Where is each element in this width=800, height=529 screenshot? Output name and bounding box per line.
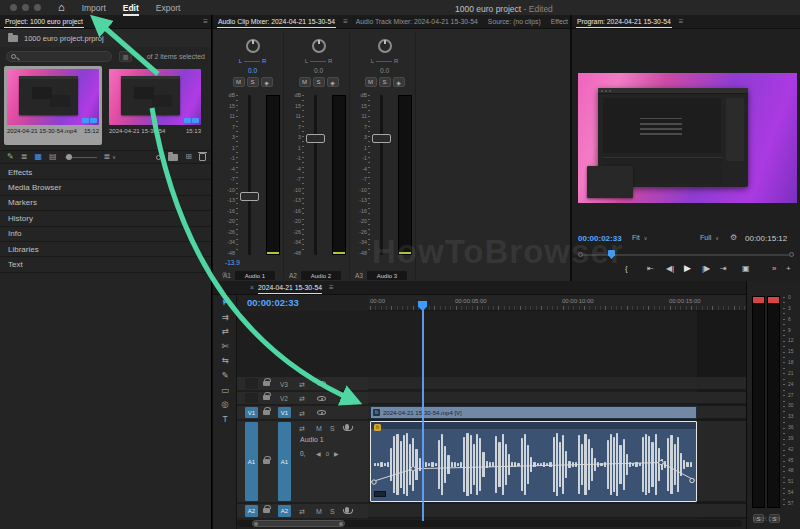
lock-icon[interactable] <box>263 508 270 513</box>
delete-icon[interactable] <box>199 153 206 161</box>
volume-rubber-band[interactable] <box>371 422 695 500</box>
track-header-v1[interactable]: V1V1⇄ <box>237 406 368 419</box>
thumbnail-zoom-slider[interactable] <box>65 157 97 158</box>
go-to-out-button[interactable]: ⇥ <box>720 265 727 273</box>
panel-tab-effects[interactable]: Effects <box>0 165 211 180</box>
fader-handle[interactable] <box>306 134 325 143</box>
pan-value[interactable]: 0.0 <box>354 67 415 74</box>
tab-audio-clip-mixer[interactable]: Audio Clip Mixer: 2024-04-21 15-30-54 <box>213 15 340 29</box>
freeform-view-icon[interactable]: ▤ <box>49 153 57 161</box>
writable-toggle-icon[interactable]: ✎ <box>7 153 14 161</box>
track-target-v1[interactable]: V1 <box>278 407 291 418</box>
export-frame-button[interactable]: ▣ <box>742 265 750 273</box>
menu-item-export[interactable]: Export <box>156 3 181 13</box>
list-view-icon[interactable]: ≣ <box>21 153 28 161</box>
pen-tool[interactable]: ✎ <box>213 371 237 380</box>
pan-knob[interactable] <box>246 39 260 53</box>
volume-keyframe[interactable] <box>659 460 663 464</box>
mixer-scroll-dot[interactable] <box>222 272 227 277</box>
overflow-button[interactable]: » <box>772 265 776 273</box>
add-button[interactable]: + <box>786 265 791 273</box>
playback-quality-select[interactable]: Full ∨ <box>700 234 719 241</box>
sync-lock-icon[interactable]: ⇄ <box>299 409 305 416</box>
step-forward-button[interactable]: |▶ <box>702 265 710 273</box>
step-back-button[interactable]: ◀| <box>666 265 674 273</box>
sync-lock-icon[interactable]: ⇄ <box>299 395 305 402</box>
lock-icon[interactable] <box>263 381 270 386</box>
panel-tab-libraries[interactable]: Libraries <box>0 242 211 257</box>
panel-menu-icon[interactable]: ≡ <box>676 17 687 26</box>
prev-keyframe-icon[interactable]: ◀ <box>316 450 321 457</box>
hand-tool[interactable]: ◎ <box>213 400 237 409</box>
traffic-light-zoom-icon[interactable] <box>34 4 41 11</box>
clip-indicator-right[interactable] <box>768 297 779 303</box>
sync-lock-icon[interactable]: ⇄ <box>299 508 305 515</box>
panel-menu-icon[interactable]: ≡ <box>326 283 337 292</box>
solo-button[interactable]: S <box>330 425 335 432</box>
horizontal-scrollbar[interactable] <box>237 520 742 527</box>
source-patch-v3[interactable] <box>245 378 258 389</box>
track-header-v2[interactable]: V2⇄ <box>237 392 368 404</box>
solo-button[interactable]: S <box>330 508 335 515</box>
mute-button[interactable]: M <box>316 425 322 432</box>
fader-handle[interactable] <box>240 192 259 201</box>
scrubber-left-dot[interactable] <box>578 252 583 257</box>
volume-value[interactable]: -13.9 <box>225 259 240 266</box>
solo-button[interactable]: S <box>313 77 325 87</box>
add-marker-button[interactable]: { <box>625 265 628 273</box>
slip-tool[interactable]: ⇆ <box>213 356 237 365</box>
volume-keyframe[interactable] <box>411 467 415 471</box>
track-output-eye-icon[interactable] <box>317 410 326 415</box>
mute-button[interactable]: M <box>233 77 245 87</box>
panel-menu-icon[interactable]: ≡ <box>200 17 211 26</box>
mute-button[interactable]: M <box>365 77 377 87</box>
scrubber-playhead[interactable] <box>608 250 615 259</box>
timeline-current-timecode[interactable]: 00:00:02:33 <box>247 297 299 308</box>
program-current-timecode[interactable]: 00:00:02:33 <box>578 234 622 243</box>
panel-tab-info[interactable]: Info <box>0 227 211 242</box>
write-keyframes-button[interactable]: ◈ <box>261 77 273 87</box>
tab-effect-controls[interactable]: Effect C <box>546 15 570 29</box>
settings-wrench-icon[interactable]: ⚙ <box>730 233 737 242</box>
track-target-a2[interactable]: A2 <box>278 505 291 517</box>
next-keyframe-icon[interactable]: ▶ <box>334 450 339 457</box>
filter-bin-button[interactable]: ▥ <box>119 51 132 62</box>
icon-view-icon[interactable]: ▦ <box>34 153 42 161</box>
voiceover-mic-icon[interactable] <box>345 424 349 430</box>
project-item[interactable]: 2024-04-21 15-30-5415:13 <box>106 66 204 145</box>
traffic-light-minimize-icon[interactable] <box>22 4 29 11</box>
source-patch-v2[interactable] <box>245 393 258 403</box>
find-icon[interactable] <box>156 155 161 160</box>
pan-value[interactable]: 0.0 <box>222 67 283 74</box>
solo-right-button[interactable]: S <box>769 514 780 523</box>
rectangle-tool[interactable]: ▭ <box>213 386 237 395</box>
panel-tab-markers[interactable]: Markers <box>0 196 211 211</box>
menu-item-import[interactable]: Import <box>82 3 106 13</box>
track-target-a1[interactable]: A1 <box>278 422 291 501</box>
write-keyframes-button[interactable]: ◈ <box>393 77 405 87</box>
scrubber-right-dot[interactable] <box>789 252 794 257</box>
tab-program[interactable]: Program: 2024-04-21 15-30-54 <box>572 15 676 29</box>
track-name-box[interactable]: Audio 2 <box>301 271 341 280</box>
track-header-v3[interactable]: V3⇄ <box>237 377 368 390</box>
mute-button[interactable]: M <box>299 77 311 87</box>
new-item-icon[interactable]: ⊞ <box>185 153 192 161</box>
tab-sequence[interactable]: 2024-04-21 15-30-54 <box>254 281 326 295</box>
voiceover-mic-icon[interactable] <box>345 507 349 513</box>
source-patch-v1[interactable]: V1 <box>245 407 258 418</box>
track-output-eye-icon[interactable] <box>317 396 326 401</box>
go-to-in-button[interactable]: ⇤ <box>647 265 654 273</box>
track-header-a2[interactable]: A2A2⇄MS <box>237 504 368 518</box>
new-bin-icon[interactable] <box>168 154 178 161</box>
traffic-light-close-icon[interactable] <box>10 4 17 11</box>
sync-lock-icon[interactable]: ⇄ <box>299 425 305 432</box>
track-name-box[interactable]: Audio 3 <box>367 271 407 280</box>
write-keyframes-button[interactable]: ◈ <box>327 77 339 87</box>
project-item[interactable]: 2024-04-21 15-30-54.mp415:12 <box>4 66 102 145</box>
track-select-forward-tool[interactable]: ⇉ <box>213 313 237 322</box>
keyframe-value[interactable]: 0 <box>326 451 329 457</box>
solo-button[interactable]: S <box>379 77 391 87</box>
solo-button[interactable]: S <box>247 77 259 87</box>
project-file-row[interactable]: 1000 euro project.prproj <box>0 29 211 47</box>
tab-project[interactable]: Project: 1000 euro project <box>0 15 88 29</box>
